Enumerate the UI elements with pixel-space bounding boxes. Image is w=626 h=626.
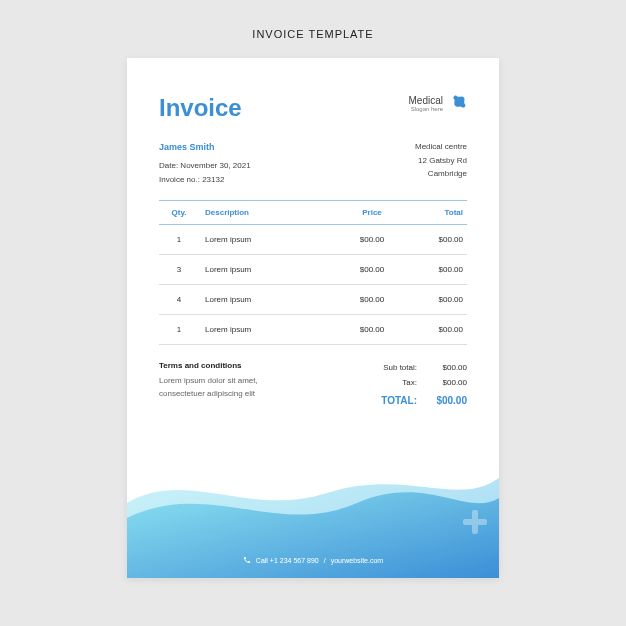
company-street: 12 Gatsby Rd (415, 154, 467, 168)
totals: Sub total: $00.00 Tax: $00.00 TOTAL: $00… (363, 361, 467, 410)
subtotal-row: Sub total: $00.00 (363, 361, 467, 375)
grand-total-row: TOTAL: $00.00 (363, 392, 467, 410)
footer-website: yourwebsite.com (331, 557, 384, 564)
table-row: 4Lorem ipsum$00.00$00.00 (159, 285, 467, 315)
invoice-title: Invoice (159, 94, 242, 122)
cell-qty: 1 (159, 235, 199, 244)
company-name: Medical centre (415, 140, 467, 154)
footer-sep: / (324, 557, 326, 564)
invoice-number: Invoice no.: 23132 (159, 173, 251, 187)
brand-slogan: Slogan here (409, 106, 443, 112)
tax-row: Tax: $00.00 (363, 376, 467, 390)
terms: Terms and conditions Lorem ipsum dolor s… (159, 361, 299, 410)
cell-qty: 1 (159, 325, 199, 334)
cell-price: $00.00 (337, 265, 407, 274)
table-row: 1Lorem ipsum$00.00$00.00 (159, 315, 467, 345)
cell-qty: 3 (159, 265, 199, 274)
invoice-date: Date: November 30, 2021 (159, 159, 251, 173)
meta-section: James Smith Date: November 30, 2021 Invo… (127, 140, 499, 200)
terms-title: Terms and conditions (159, 361, 299, 370)
cell-total: $00.00 (407, 235, 467, 244)
brand: Medical Slogan here (409, 94, 467, 112)
footer-phone: Call +1 234 567 890 (256, 557, 319, 564)
company-city: Cambridge (415, 167, 467, 181)
terms-text: Lorem ipsum dolor sit amet, consectetuer… (159, 375, 299, 401)
cell-total: $00.00 (407, 265, 467, 274)
cell-qty: 4 (159, 295, 199, 304)
page-label: INVOICE TEMPLATE (252, 28, 373, 40)
header: Invoice Medical Slogan here (127, 58, 499, 140)
invoice-card: Invoice Medical Slogan here James Smith … (127, 58, 499, 578)
table-row: 3Lorem ipsum$00.00$00.00 (159, 255, 467, 285)
col-price: Price (337, 208, 407, 217)
cell-total: $00.00 (407, 325, 467, 334)
col-qty: Qty. (159, 208, 199, 217)
footer: Call +1 234 567 890 / yourwebsite.com (127, 556, 499, 564)
cell-price: $00.00 (337, 325, 407, 334)
invoice-table: Qty. Description Price Total 1Lorem ipsu… (127, 200, 499, 345)
medical-cross-icon (449, 94, 467, 112)
svg-rect-1 (463, 519, 487, 525)
cell-desc: Lorem ipsum (199, 325, 337, 334)
cell-desc: Lorem ipsum (199, 235, 337, 244)
cell-price: $00.00 (337, 235, 407, 244)
table-header: Qty. Description Price Total (159, 200, 467, 225)
plus-icon (461, 508, 489, 540)
cell-total: $00.00 (407, 295, 467, 304)
customer-name: James Smith (159, 140, 251, 155)
col-total: Total (407, 208, 467, 217)
bottom-section: Terms and conditions Lorem ipsum dolor s… (127, 345, 499, 410)
table-row: 1Lorem ipsum$00.00$00.00 (159, 225, 467, 255)
cell-desc: Lorem ipsum (199, 295, 337, 304)
col-description: Description (199, 208, 337, 217)
cell-price: $00.00 (337, 295, 407, 304)
cell-desc: Lorem ipsum (199, 265, 337, 274)
brand-name: Medical (409, 95, 443, 106)
phone-icon (243, 556, 251, 564)
